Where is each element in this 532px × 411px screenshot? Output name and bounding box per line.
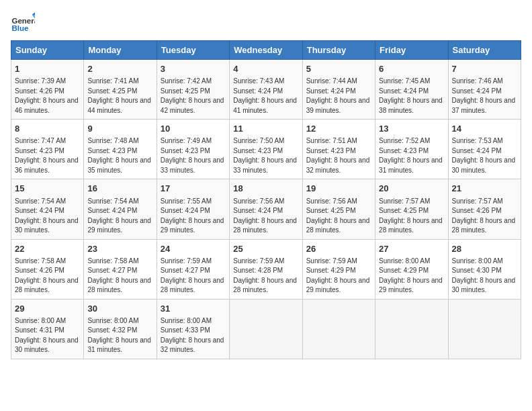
calendar-cell bbox=[448, 299, 521, 359]
calendar-cell: 11Sunrise: 7:50 AMSunset: 4:23 PMDayligh… bbox=[230, 120, 302, 179]
day-number: 27 bbox=[379, 243, 444, 255]
day-number: 31 bbox=[161, 303, 226, 315]
day-info: Sunrise: 7:39 AMSunset: 4:26 PMDaylight:… bbox=[15, 77, 80, 116]
calendar-cell: 9Sunrise: 7:48 AMSunset: 4:23 PMDaylight… bbox=[84, 120, 157, 179]
day-number: 26 bbox=[306, 243, 371, 255]
calendar-cell: 4Sunrise: 7:43 AMSunset: 4:24 PMDaylight… bbox=[230, 60, 302, 120]
day-number: 24 bbox=[161, 243, 226, 255]
day-number: 20 bbox=[379, 183, 444, 195]
day-info: Sunrise: 8:00 AMSunset: 4:32 PMDaylight:… bbox=[87, 316, 152, 355]
calendar-cell: 15Sunrise: 7:54 AMSunset: 4:24 PMDayligh… bbox=[11, 179, 84, 239]
day-info: Sunrise: 7:53 AMSunset: 4:24 PMDaylight:… bbox=[452, 136, 517, 175]
day-info: Sunrise: 8:00 AMSunset: 4:29 PMDaylight:… bbox=[379, 257, 444, 295]
day-number: 2 bbox=[87, 63, 152, 75]
day-info: Sunrise: 7:46 AMSunset: 4:24 PMDaylight:… bbox=[452, 77, 517, 116]
day-number: 28 bbox=[452, 243, 517, 255]
day-info: Sunrise: 7:59 AMSunset: 4:27 PMDaylight:… bbox=[161, 257, 226, 295]
calendar-cell: 30Sunrise: 8:00 AMSunset: 4:32 PMDayligh… bbox=[84, 299, 157, 359]
calendar-cell: 5Sunrise: 7:44 AMSunset: 4:24 PMDaylight… bbox=[302, 60, 375, 120]
week-row-4: 22Sunrise: 7:58 AMSunset: 4:26 PMDayligh… bbox=[11, 239, 521, 299]
day-number: 18 bbox=[233, 183, 298, 195]
header-friday: Friday bbox=[375, 41, 448, 60]
calendar-cell: 26Sunrise: 7:59 AMSunset: 4:29 PMDayligh… bbox=[302, 239, 375, 299]
calendar-cell: 20Sunrise: 7:57 AMSunset: 4:25 PMDayligh… bbox=[375, 179, 448, 239]
calendar-cell: 28Sunrise: 8:00 AMSunset: 4:30 PMDayligh… bbox=[448, 239, 521, 299]
calendar-cell: 19Sunrise: 7:56 AMSunset: 4:25 PMDayligh… bbox=[302, 179, 375, 239]
calendar-cell: 29Sunrise: 8:00 AMSunset: 4:31 PMDayligh… bbox=[11, 299, 84, 359]
day-info: Sunrise: 8:00 AMSunset: 4:33 PMDaylight:… bbox=[161, 316, 226, 355]
day-info: Sunrise: 7:43 AMSunset: 4:24 PMDaylight:… bbox=[233, 77, 298, 116]
calendar-cell: 13Sunrise: 7:52 AMSunset: 4:23 PMDayligh… bbox=[375, 120, 448, 179]
day-number: 1 bbox=[15, 63, 80, 75]
header-saturday: Saturday bbox=[448, 41, 521, 60]
calendar-cell: 24Sunrise: 7:59 AMSunset: 4:27 PMDayligh… bbox=[157, 239, 229, 299]
calendar-cell: 14Sunrise: 7:53 AMSunset: 4:24 PMDayligh… bbox=[448, 120, 521, 179]
calendar-cell: 17Sunrise: 7:55 AMSunset: 4:24 PMDayligh… bbox=[157, 179, 229, 239]
day-number: 19 bbox=[306, 183, 371, 195]
calendar-cell: 3Sunrise: 7:42 AMSunset: 4:25 PMDaylight… bbox=[157, 60, 229, 120]
calendar-cell: 22Sunrise: 7:58 AMSunset: 4:26 PMDayligh… bbox=[11, 239, 84, 299]
day-number: 23 bbox=[87, 243, 152, 255]
day-info: Sunrise: 7:49 AMSunset: 4:23 PMDaylight:… bbox=[161, 136, 226, 175]
calendar-cell: 12Sunrise: 7:51 AMSunset: 4:23 PMDayligh… bbox=[302, 120, 375, 179]
week-row-5: 29Sunrise: 8:00 AMSunset: 4:31 PMDayligh… bbox=[11, 299, 521, 359]
logo: General Blue bbox=[11, 11, 17, 35]
day-number: 8 bbox=[15, 123, 80, 135]
day-info: Sunrise: 7:50 AMSunset: 4:23 PMDaylight:… bbox=[233, 136, 298, 175]
day-info: Sunrise: 7:57 AMSunset: 4:26 PMDaylight:… bbox=[452, 197, 517, 236]
day-info: Sunrise: 7:52 AMSunset: 4:23 PMDaylight:… bbox=[379, 136, 444, 175]
day-info: Sunrise: 7:54 AMSunset: 4:24 PMDaylight:… bbox=[87, 197, 152, 236]
calendar-cell: 31Sunrise: 8:00 AMSunset: 4:33 PMDayligh… bbox=[157, 299, 229, 359]
day-info: Sunrise: 7:41 AMSunset: 4:25 PMDaylight:… bbox=[87, 77, 152, 116]
day-number: 12 bbox=[306, 123, 371, 135]
day-info: Sunrise: 7:54 AMSunset: 4:24 PMDaylight:… bbox=[15, 197, 80, 236]
day-number: 30 bbox=[87, 303, 152, 315]
day-info: Sunrise: 7:59 AMSunset: 4:29 PMDaylight:… bbox=[306, 257, 371, 295]
day-number: 11 bbox=[233, 123, 298, 135]
day-number: 21 bbox=[452, 183, 517, 195]
calendar-cell: 27Sunrise: 8:00 AMSunset: 4:29 PMDayligh… bbox=[375, 239, 448, 299]
day-number: 17 bbox=[161, 183, 226, 195]
calendar-cell: 8Sunrise: 7:47 AMSunset: 4:23 PMDaylight… bbox=[11, 120, 84, 179]
calendar-cell: 7Sunrise: 7:46 AMSunset: 4:24 PMDaylight… bbox=[448, 60, 521, 120]
calendar-cell bbox=[375, 299, 448, 359]
day-number: 4 bbox=[233, 63, 298, 75]
day-info: Sunrise: 7:59 AMSunset: 4:28 PMDaylight:… bbox=[233, 257, 298, 295]
week-row-3: 15Sunrise: 7:54 AMSunset: 4:24 PMDayligh… bbox=[11, 179, 521, 239]
day-number: 16 bbox=[87, 183, 152, 195]
calendar-cell bbox=[302, 299, 375, 359]
calendar-table: SundayMondayTuesdayWednesdayThursdayFrid… bbox=[11, 40, 521, 359]
day-info: Sunrise: 7:56 AMSunset: 4:24 PMDaylight:… bbox=[233, 197, 298, 236]
calendar-cell bbox=[230, 299, 302, 359]
day-info: Sunrise: 8:00 AMSunset: 4:30 PMDaylight:… bbox=[452, 257, 517, 295]
day-info: Sunrise: 7:44 AMSunset: 4:24 PMDaylight:… bbox=[306, 77, 371, 116]
calendar-cell: 25Sunrise: 7:59 AMSunset: 4:28 PMDayligh… bbox=[230, 239, 302, 299]
day-info: Sunrise: 7:58 AMSunset: 4:26 PMDaylight:… bbox=[15, 257, 80, 295]
day-info: Sunrise: 7:42 AMSunset: 4:25 PMDaylight:… bbox=[161, 77, 226, 116]
day-info: Sunrise: 7:47 AMSunset: 4:23 PMDaylight:… bbox=[15, 136, 80, 175]
calendar-cell: 21Sunrise: 7:57 AMSunset: 4:26 PMDayligh… bbox=[448, 179, 521, 239]
header-sunday: Sunday bbox=[11, 41, 84, 60]
day-info: Sunrise: 7:58 AMSunset: 4:27 PMDaylight:… bbox=[87, 257, 152, 295]
calendar-cell: 23Sunrise: 7:58 AMSunset: 4:27 PMDayligh… bbox=[84, 239, 157, 299]
svg-text:Blue: Blue bbox=[11, 24, 29, 32]
day-info: Sunrise: 8:00 AMSunset: 4:31 PMDaylight:… bbox=[15, 316, 80, 355]
day-info: Sunrise: 7:57 AMSunset: 4:25 PMDaylight:… bbox=[379, 197, 444, 236]
day-number: 22 bbox=[15, 243, 80, 255]
day-number: 29 bbox=[15, 303, 80, 315]
day-info: Sunrise: 7:55 AMSunset: 4:24 PMDaylight:… bbox=[161, 197, 226, 236]
week-row-1: 1Sunrise: 7:39 AMSunset: 4:26 PMDaylight… bbox=[11, 60, 521, 120]
calendar-cell: 6Sunrise: 7:45 AMSunset: 4:24 PMDaylight… bbox=[375, 60, 448, 120]
day-number: 5 bbox=[306, 63, 371, 75]
day-number: 14 bbox=[452, 123, 517, 135]
day-number: 6 bbox=[379, 63, 444, 75]
day-number: 3 bbox=[161, 63, 226, 75]
calendar-header-row: SundayMondayTuesdayWednesdayThursdayFrid… bbox=[11, 41, 521, 60]
logo-icon: General Blue bbox=[11, 11, 35, 35]
day-number: 9 bbox=[87, 123, 152, 135]
calendar-cell: 16Sunrise: 7:54 AMSunset: 4:24 PMDayligh… bbox=[84, 179, 157, 239]
day-info: Sunrise: 7:51 AMSunset: 4:23 PMDaylight:… bbox=[306, 136, 371, 175]
calendar-cell: 18Sunrise: 7:56 AMSunset: 4:24 PMDayligh… bbox=[230, 179, 302, 239]
header-monday: Monday bbox=[84, 41, 157, 60]
page-header: General Blue bbox=[11, 11, 521, 35]
